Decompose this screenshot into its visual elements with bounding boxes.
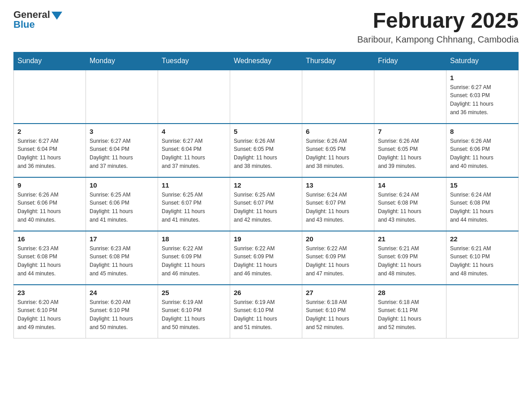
day-info: Sunrise: 6:24 AM Sunset: 6:08 PM Dayligh… xyxy=(450,191,515,224)
calendar-day-cell: 24Sunrise: 6:20 AM Sunset: 6:10 PM Dayli… xyxy=(86,285,158,338)
day-of-week-header: Tuesday xyxy=(158,52,230,70)
calendar-day-cell: 2Sunrise: 6:27 AM Sunset: 6:04 PM Daylig… xyxy=(14,124,86,177)
page-header: General Blue February 2025 Baribour, Kam… xyxy=(13,9,519,45)
day-number: 1 xyxy=(450,74,515,81)
day-number: 22 xyxy=(450,235,515,243)
day-of-week-header: Wednesday xyxy=(230,52,302,70)
calendar-week-row: 16Sunrise: 6:23 AM Sunset: 6:08 PM Dayli… xyxy=(14,231,519,285)
calendar-week-row: 1Sunrise: 6:27 AM Sunset: 6:03 PM Daylig… xyxy=(14,70,519,124)
day-info: Sunrise: 6:23 AM Sunset: 6:08 PM Dayligh… xyxy=(17,244,82,278)
calendar-day-cell: 10Sunrise: 6:25 AM Sunset: 6:06 PM Dayli… xyxy=(86,177,158,231)
day-number: 25 xyxy=(162,289,226,296)
day-info: Sunrise: 6:19 AM Sunset: 6:10 PM Dayligh… xyxy=(234,298,298,331)
day-number: 16 xyxy=(17,235,82,243)
calendar-day-cell: 5Sunrise: 6:26 AM Sunset: 6:05 PM Daylig… xyxy=(230,124,302,177)
day-number: 26 xyxy=(234,289,298,296)
day-info: Sunrise: 6:24 AM Sunset: 6:07 PM Dayligh… xyxy=(306,191,370,224)
day-info: Sunrise: 6:27 AM Sunset: 6:04 PM Dayligh… xyxy=(90,137,154,170)
day-info: Sunrise: 6:26 AM Sunset: 6:06 PM Dayligh… xyxy=(17,191,82,224)
day-of-week-header: Friday xyxy=(374,52,446,70)
day-number: 2 xyxy=(17,128,82,135)
day-info: Sunrise: 6:26 AM Sunset: 6:05 PM Dayligh… xyxy=(234,137,298,170)
calendar-day-cell: 13Sunrise: 6:24 AM Sunset: 6:07 PM Dayli… xyxy=(302,177,374,231)
calendar-day-cell: 4Sunrise: 6:27 AM Sunset: 6:04 PM Daylig… xyxy=(158,124,230,177)
calendar-day-cell: 7Sunrise: 6:26 AM Sunset: 6:05 PM Daylig… xyxy=(374,124,446,177)
calendar-day-cell: 14Sunrise: 6:24 AM Sunset: 6:08 PM Dayli… xyxy=(374,177,446,231)
calendar-day-cell xyxy=(158,70,230,124)
day-info: Sunrise: 6:20 AM Sunset: 6:10 PM Dayligh… xyxy=(90,298,154,331)
day-number: 20 xyxy=(306,235,370,243)
location-title: Baribour, Kampong Chhnang, Cambodia xyxy=(357,34,519,45)
calendar-day-cell: 9Sunrise: 6:26 AM Sunset: 6:06 PM Daylig… xyxy=(14,177,86,231)
calendar-day-cell xyxy=(374,70,446,124)
logo-blue-text: Blue xyxy=(13,19,35,30)
calendar-day-cell xyxy=(446,285,519,338)
calendar-day-cell: 11Sunrise: 6:25 AM Sunset: 6:07 PM Dayli… xyxy=(158,177,230,231)
day-info: Sunrise: 6:23 AM Sunset: 6:08 PM Dayligh… xyxy=(90,244,154,278)
day-number: 3 xyxy=(90,128,154,135)
day-number: 27 xyxy=(306,289,370,296)
day-number: 28 xyxy=(378,289,442,296)
day-number: 9 xyxy=(17,181,82,189)
day-number: 8 xyxy=(450,128,515,135)
calendar-day-cell: 21Sunrise: 6:21 AM Sunset: 6:09 PM Dayli… xyxy=(374,231,446,285)
calendar-day-cell: 12Sunrise: 6:25 AM Sunset: 6:07 PM Dayli… xyxy=(230,177,302,231)
day-number: 21 xyxy=(378,235,442,243)
day-of-week-header: Thursday xyxy=(302,52,374,70)
day-number: 5 xyxy=(234,128,298,135)
day-info: Sunrise: 6:22 AM Sunset: 6:09 PM Dayligh… xyxy=(162,244,226,278)
day-info: Sunrise: 6:18 AM Sunset: 6:11 PM Dayligh… xyxy=(378,298,442,331)
calendar-header-row: SundayMondayTuesdayWednesdayThursdayFrid… xyxy=(14,52,519,70)
calendar-day-cell xyxy=(302,70,374,124)
logo: General Blue xyxy=(13,9,62,30)
calendar-day-cell: 1Sunrise: 6:27 AM Sunset: 6:03 PM Daylig… xyxy=(446,70,519,124)
calendar-day-cell: 17Sunrise: 6:23 AM Sunset: 6:08 PM Dayli… xyxy=(86,231,158,285)
day-info: Sunrise: 6:22 AM Sunset: 6:09 PM Dayligh… xyxy=(306,244,370,278)
calendar-day-cell: 19Sunrise: 6:22 AM Sunset: 6:09 PM Dayli… xyxy=(230,231,302,285)
calendar-week-row: 9Sunrise: 6:26 AM Sunset: 6:06 PM Daylig… xyxy=(14,177,519,231)
day-info: Sunrise: 6:18 AM Sunset: 6:10 PM Dayligh… xyxy=(306,298,370,331)
calendar-day-cell: 28Sunrise: 6:18 AM Sunset: 6:11 PM Dayli… xyxy=(374,285,446,338)
day-info: Sunrise: 6:25 AM Sunset: 6:07 PM Dayligh… xyxy=(234,191,298,224)
day-number: 10 xyxy=(90,181,154,189)
day-number: 13 xyxy=(306,181,370,189)
day-number: 17 xyxy=(90,235,154,243)
calendar-day-cell: 3Sunrise: 6:27 AM Sunset: 6:04 PM Daylig… xyxy=(86,124,158,177)
day-number: 14 xyxy=(378,181,442,189)
day-info: Sunrise: 6:26 AM Sunset: 6:05 PM Dayligh… xyxy=(378,137,442,170)
calendar-day-cell: 22Sunrise: 6:21 AM Sunset: 6:10 PM Dayli… xyxy=(446,231,519,285)
day-number: 6 xyxy=(306,128,370,135)
day-number: 11 xyxy=(162,181,226,189)
calendar-week-row: 2Sunrise: 6:27 AM Sunset: 6:04 PM Daylig… xyxy=(14,124,519,177)
calendar-day-cell: 15Sunrise: 6:24 AM Sunset: 6:08 PM Dayli… xyxy=(446,177,519,231)
month-title: February 2025 xyxy=(357,9,519,33)
calendar-day-cell xyxy=(14,70,86,124)
day-number: 24 xyxy=(90,289,154,296)
day-number: 18 xyxy=(162,235,226,243)
day-info: Sunrise: 6:26 AM Sunset: 6:06 PM Dayligh… xyxy=(450,137,515,170)
day-info: Sunrise: 6:22 AM Sunset: 6:09 PM Dayligh… xyxy=(234,244,298,278)
calendar-day-cell: 27Sunrise: 6:18 AM Sunset: 6:10 PM Dayli… xyxy=(302,285,374,338)
day-info: Sunrise: 6:27 AM Sunset: 6:04 PM Dayligh… xyxy=(162,137,226,170)
day-info: Sunrise: 6:27 AM Sunset: 6:04 PM Dayligh… xyxy=(17,137,82,170)
day-of-week-header: Monday xyxy=(86,52,158,70)
calendar-day-cell xyxy=(86,70,158,124)
calendar-day-cell: 8Sunrise: 6:26 AM Sunset: 6:06 PM Daylig… xyxy=(446,124,519,177)
day-info: Sunrise: 6:20 AM Sunset: 6:10 PM Dayligh… xyxy=(17,298,82,331)
day-of-week-header: Sunday xyxy=(14,52,86,70)
calendar-table: SundayMondayTuesdayWednesdayThursdayFrid… xyxy=(13,52,519,339)
day-number: 19 xyxy=(234,235,298,243)
calendar-day-cell: 16Sunrise: 6:23 AM Sunset: 6:08 PM Dayli… xyxy=(14,231,86,285)
day-info: Sunrise: 6:21 AM Sunset: 6:10 PM Dayligh… xyxy=(450,244,515,278)
day-number: 4 xyxy=(162,128,226,135)
day-number: 15 xyxy=(450,181,515,189)
day-number: 7 xyxy=(378,128,442,135)
logo-arrow-icon xyxy=(51,12,62,20)
day-info: Sunrise: 6:26 AM Sunset: 6:05 PM Dayligh… xyxy=(306,137,370,170)
day-of-week-header: Saturday xyxy=(446,52,519,70)
day-info: Sunrise: 6:25 AM Sunset: 6:07 PM Dayligh… xyxy=(162,191,226,224)
title-section: February 2025 Baribour, Kampong Chhnang,… xyxy=(357,9,519,45)
day-info: Sunrise: 6:25 AM Sunset: 6:06 PM Dayligh… xyxy=(90,191,154,224)
calendar-day-cell: 20Sunrise: 6:22 AM Sunset: 6:09 PM Dayli… xyxy=(302,231,374,285)
calendar-day-cell: 26Sunrise: 6:19 AM Sunset: 6:10 PM Dayli… xyxy=(230,285,302,338)
